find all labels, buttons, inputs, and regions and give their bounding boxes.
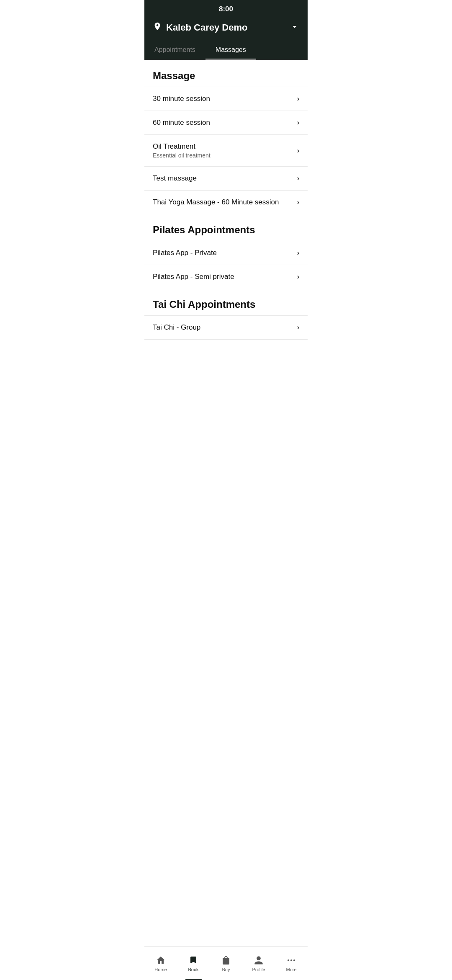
list-item-pilates-private[interactable]: Pilates App - Private › — [144, 241, 308, 265]
list-item-thai[interactable]: Thai Yoga Massage - 60 Minute session › — [144, 190, 308, 214]
status-bar: 8:00 — [144, 0, 308, 17]
header: Kaleb Carey Demo — [144, 17, 308, 40]
list-item-test-massage-title: Test massage — [153, 174, 297, 183]
chevron-right-icon: › — [297, 249, 299, 257]
chevron-right-icon: › — [297, 324, 299, 331]
list-item-oil-content: Oil Treatment Essential oil treatment — [153, 142, 297, 159]
list-item-test-massage-content: Test massage — [153, 174, 297, 183]
chevron-right-icon: › — [297, 95, 299, 103]
list-item-oil[interactable]: Oil Treatment Essential oil treatment › — [144, 134, 308, 166]
list-item-oil-title: Oil Treatment — [153, 142, 297, 151]
tab-massages[interactable]: Massages — [205, 40, 256, 59]
massage-section-header: Massage — [144, 60, 308, 87]
list-item-pilates-semi-title: Pilates App - Semi private — [153, 273, 297, 281]
list-item-thai-title: Thai Yoga Massage - 60 Minute session — [153, 198, 297, 206]
list-item-pilates-private-content: Pilates App - Private — [153, 249, 297, 257]
list-item-60min-content: 60 minute session — [153, 119, 297, 127]
list-item-30min-title: 30 minute session — [153, 95, 297, 103]
taichi-section-title: Tai Chi Appointments — [153, 299, 255, 310]
location-icon — [153, 22, 162, 34]
chevron-right-icon: › — [297, 199, 299, 206]
tab-appointments[interactable]: Appointments — [144, 40, 205, 59]
list-item-taichi-group-title: Tai Chi - Group — [153, 323, 297, 332]
chevron-right-icon: › — [297, 147, 299, 155]
list-item-test-massage[interactable]: Test massage › — [144, 166, 308, 190]
list-item-pilates-semi[interactable]: Pilates App - Semi private › — [144, 265, 308, 289]
chevron-right-icon: › — [297, 119, 299, 126]
list-item-thai-content: Thai Yoga Massage - 60 Minute session — [153, 198, 297, 206]
list-item-30min[interactable]: 30 minute session › — [144, 87, 308, 111]
pilates-section-header: Pilates Appointments — [144, 214, 308, 241]
status-time: 8:00 — [219, 5, 233, 13]
chevron-right-icon: › — [297, 273, 299, 281]
list-item-taichi-group[interactable]: Tai Chi - Group › — [144, 315, 308, 340]
content: Massage 30 minute session › 60 minute se… — [144, 60, 308, 373]
list-item-oil-subtitle: Essential oil treatment — [153, 152, 297, 159]
massage-section-title: Massage — [153, 70, 195, 81]
chevron-right-icon: › — [297, 175, 299, 182]
tab-bar: Appointments Massages — [144, 40, 308, 60]
location-name: Kaleb Carey Demo — [166, 22, 286, 33]
list-item-30min-content: 30 minute session — [153, 95, 297, 103]
list-item-pilates-semi-content: Pilates App - Semi private — [153, 273, 297, 281]
list-item-pilates-private-title: Pilates App - Private — [153, 249, 297, 257]
pilates-section-title: Pilates Appointments — [153, 224, 255, 235]
header-chevron-icon[interactable] — [290, 22, 299, 34]
taichi-section-header: Tai Chi Appointments — [144, 289, 308, 315]
list-item-60min-title: 60 minute session — [153, 119, 297, 127]
list-item-taichi-group-content: Tai Chi - Group — [153, 323, 297, 332]
list-item-60min[interactable]: 60 minute session › — [144, 111, 308, 134]
